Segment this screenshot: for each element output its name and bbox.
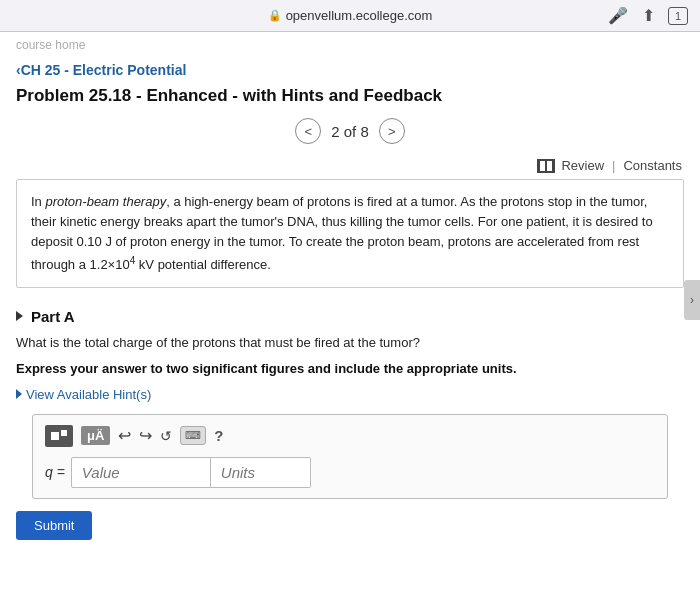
prev-problem-button[interactable]: < <box>295 118 321 144</box>
divider: | <box>612 158 615 173</box>
hint-label: View Available Hint(s) <box>26 387 151 402</box>
answer-variable-label: q = <box>45 464 65 480</box>
microphone-icon[interactable]: 🎤 <box>608 6 628 26</box>
problem-text: In proton-beam therapy, a high-energy be… <box>31 194 653 272</box>
problem-text-box: In proton-beam therapy, a high-energy be… <box>16 179 684 288</box>
submit-label: Submit <box>34 518 74 533</box>
format-block-icon[interactable] <box>45 425 73 447</box>
lock-icon: 🔒 <box>268 9 282 22</box>
submit-button[interactable]: Submit <box>16 511 92 540</box>
side-expand-arrow[interactable]: › <box>684 280 700 320</box>
problem-nav-row: < 2 of 8 > <box>0 114 700 154</box>
constants-link[interactable]: Constants <box>623 158 682 173</box>
problem-counter: 2 of 8 <box>331 123 369 140</box>
next-arrow: > <box>388 124 396 139</box>
review-link[interactable]: Review <box>561 158 604 173</box>
undo-button[interactable]: ↩ <box>118 428 131 444</box>
chapter-back-label: ‹CH 25 - Electric Potential <box>16 62 186 78</box>
answer-units-input[interactable] <box>211 457 311 488</box>
answer-box: μÄ ↩ ↪ ↺ ⌨ ? q = <box>32 414 668 499</box>
answer-toolbar: μÄ ↩ ↪ ↺ ⌨ ? <box>45 425 655 447</box>
keyboard-button[interactable]: ⌨ <box>180 426 206 445</box>
answer-input-row: q = <box>45 457 655 488</box>
reset-button[interactable]: ↺ <box>160 429 172 443</box>
answer-value-input[interactable] <box>71 457 211 488</box>
problem-title: Problem 25.18 - Enhanced - with Hints an… <box>0 82 700 114</box>
part-a-toggle[interactable] <box>16 311 23 321</box>
block-sq-2 <box>61 430 67 436</box>
block-sq-1 <box>51 432 59 440</box>
help-button[interactable]: ? <box>214 427 223 444</box>
share-icon[interactable]: ⬆ <box>638 6 658 26</box>
redo-button[interactable]: ↪ <box>139 428 152 444</box>
hint-arrow-icon <box>16 389 22 399</box>
problem-title-text: Problem 25.18 - Enhanced - with Hints an… <box>16 86 442 105</box>
url-text: openvellum.ecollege.com <box>286 8 433 23</box>
units-selector[interactable]: μÄ <box>81 426 110 445</box>
hint-link[interactable]: View Available Hint(s) <box>16 387 684 402</box>
part-a-title: Part A <box>31 308 75 325</box>
review-row: Review | Constants <box>0 154 700 179</box>
part-a-question: What is the total charge of the protons … <box>16 333 684 353</box>
browser-actions: 🎤 ⬆ 1 <box>608 6 688 26</box>
part-a-header: Part A <box>16 308 684 325</box>
next-problem-button[interactable]: > <box>379 118 405 144</box>
prev-arrow: < <box>304 124 312 139</box>
part-a-section: Part A What is the total charge of the p… <box>0 300 700 540</box>
course-nav-text: course home <box>16 38 85 52</box>
review-icon <box>537 159 555 173</box>
course-nav: course home <box>0 32 700 52</box>
page-content: course home ‹CH 25 - Electric Potential … <box>0 32 700 599</box>
browser-bar: 🔒 openvellum.ecollege.com 🎤 ⬆ 1 <box>0 0 700 32</box>
browser-url: 🔒 openvellum.ecollege.com <box>268 8 433 23</box>
part-a-instruction: Express your answer to two significant f… <box>16 360 684 378</box>
chapter-back-link[interactable]: ‹CH 25 - Electric Potential <box>0 52 700 82</box>
tab-count-icon[interactable]: 1 <box>668 7 688 25</box>
